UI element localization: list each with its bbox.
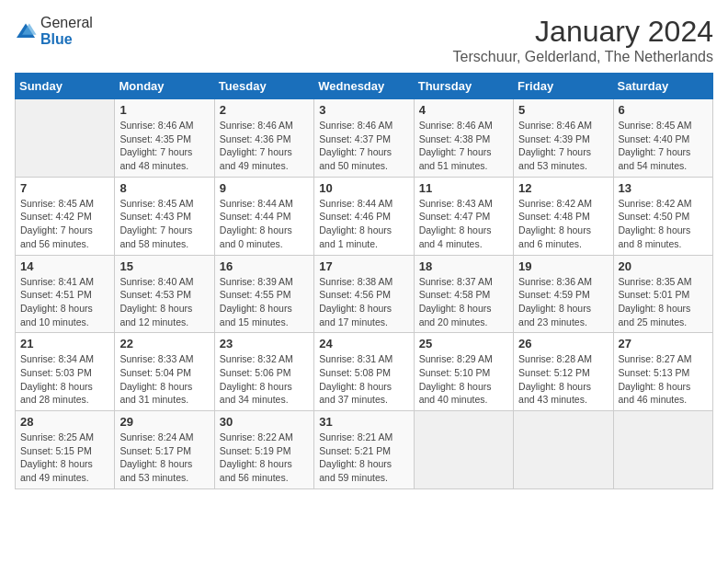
day-info: Sunrise: 8:46 AM Sunset: 4:36 PM Dayligh… xyxy=(220,119,309,173)
calendar-cell: 11Sunrise: 8:43 AM Sunset: 4:47 PM Dayli… xyxy=(414,177,513,255)
calendar-cell: 10Sunrise: 8:44 AM Sunset: 4:46 PM Dayli… xyxy=(314,177,414,255)
weekday-thursday: Thursday xyxy=(414,74,513,99)
day-number: 20 xyxy=(619,259,708,273)
calendar-cell: 26Sunrise: 8:28 AM Sunset: 5:12 PM Dayli… xyxy=(514,333,613,411)
day-number: 9 xyxy=(220,181,309,195)
location-title: Terschuur, Gelderland, The Netherlands xyxy=(453,49,713,65)
week-row-3: 14Sunrise: 8:41 AM Sunset: 4:51 PM Dayli… xyxy=(16,255,713,333)
day-number: 6 xyxy=(619,103,708,117)
week-row-4: 21Sunrise: 8:34 AM Sunset: 5:03 PM Dayli… xyxy=(16,333,713,411)
day-number: 14 xyxy=(20,259,109,273)
day-number: 8 xyxy=(119,181,209,195)
calendar-cell: 15Sunrise: 8:40 AM Sunset: 4:53 PM Dayli… xyxy=(115,255,214,333)
calendar-cell: 14Sunrise: 8:41 AM Sunset: 4:51 PM Dayli… xyxy=(16,255,115,333)
calendar-cell: 31Sunrise: 8:21 AM Sunset: 5:21 PM Dayli… xyxy=(314,411,414,489)
day-info: Sunrise: 8:43 AM Sunset: 4:47 PM Dayligh… xyxy=(419,197,508,251)
day-info: Sunrise: 8:38 AM Sunset: 4:56 PM Dayligh… xyxy=(319,275,408,329)
calendar-body: 1Sunrise: 8:46 AM Sunset: 4:35 PM Daylig… xyxy=(16,99,713,489)
day-info: Sunrise: 8:40 AM Sunset: 4:53 PM Dayligh… xyxy=(119,275,209,329)
weekday-sunday: Sunday xyxy=(16,74,115,99)
weekday-friday: Friday xyxy=(514,74,613,99)
day-info: Sunrise: 8:46 AM Sunset: 4:37 PM Dayligh… xyxy=(319,119,408,173)
day-info: Sunrise: 8:36 AM Sunset: 4:59 PM Dayligh… xyxy=(518,275,608,329)
day-info: Sunrise: 8:46 AM Sunset: 4:39 PM Dayligh… xyxy=(518,119,608,173)
day-info: Sunrise: 8:45 AM Sunset: 4:42 PM Dayligh… xyxy=(20,197,109,251)
calendar-cell: 28Sunrise: 8:25 AM Sunset: 5:15 PM Dayli… xyxy=(16,411,115,489)
calendar-cell: 4Sunrise: 8:46 AM Sunset: 4:38 PM Daylig… xyxy=(414,99,513,178)
day-number: 11 xyxy=(419,181,508,195)
day-info: Sunrise: 8:37 AM Sunset: 4:58 PM Dayligh… xyxy=(419,275,508,329)
day-number: 19 xyxy=(518,259,608,273)
calendar-cell: 29Sunrise: 8:24 AM Sunset: 5:17 PM Dayli… xyxy=(115,411,214,489)
calendar-cell: 1Sunrise: 8:46 AM Sunset: 4:35 PM Daylig… xyxy=(115,99,214,178)
calendar-cell: 25Sunrise: 8:29 AM Sunset: 5:10 PM Dayli… xyxy=(414,333,513,411)
day-info: Sunrise: 8:42 AM Sunset: 4:50 PM Dayligh… xyxy=(619,197,708,251)
calendar-cell: 9Sunrise: 8:44 AM Sunset: 4:44 PM Daylig… xyxy=(214,177,313,255)
day-number: 7 xyxy=(20,181,109,195)
day-number: 25 xyxy=(419,337,508,350)
logo-general: General xyxy=(40,15,93,30)
title-area: January 2024 Terschuur, Gelderland, The … xyxy=(453,15,713,65)
day-number: 4 xyxy=(419,103,508,117)
day-info: Sunrise: 8:46 AM Sunset: 4:35 PM Dayligh… xyxy=(119,119,209,173)
weekday-saturday: Saturday xyxy=(613,74,712,99)
calendar-cell: 27Sunrise: 8:27 AM Sunset: 5:13 PM Dayli… xyxy=(613,333,712,411)
day-number: 5 xyxy=(518,103,608,117)
day-number: 29 xyxy=(119,415,209,429)
logo-icon xyxy=(15,22,37,40)
month-title: January 2024 xyxy=(453,15,713,49)
calendar-cell: 7Sunrise: 8:45 AM Sunset: 4:42 PM Daylig… xyxy=(16,177,115,255)
calendar-cell: 5Sunrise: 8:46 AM Sunset: 4:39 PM Daylig… xyxy=(514,99,613,178)
day-info: Sunrise: 8:29 AM Sunset: 5:10 PM Dayligh… xyxy=(419,352,508,407)
calendar-cell xyxy=(514,411,613,489)
day-info: Sunrise: 8:44 AM Sunset: 4:44 PM Dayligh… xyxy=(220,197,309,251)
day-number: 1 xyxy=(119,103,209,117)
day-info: Sunrise: 8:34 AM Sunset: 5:03 PM Dayligh… xyxy=(20,352,109,407)
day-info: Sunrise: 8:41 AM Sunset: 4:51 PM Dayligh… xyxy=(20,275,109,329)
logo-blue: Blue xyxy=(40,31,73,47)
day-info: Sunrise: 8:44 AM Sunset: 4:46 PM Dayligh… xyxy=(319,197,408,251)
calendar-cell: 17Sunrise: 8:38 AM Sunset: 4:56 PM Dayli… xyxy=(314,255,414,333)
day-info: Sunrise: 8:35 AM Sunset: 5:01 PM Dayligh… xyxy=(619,275,708,329)
day-number: 23 xyxy=(220,337,309,350)
calendar-cell: 18Sunrise: 8:37 AM Sunset: 4:58 PM Dayli… xyxy=(414,255,513,333)
logo-text: General Blue xyxy=(40,15,93,48)
day-number: 21 xyxy=(20,337,109,350)
day-info: Sunrise: 8:33 AM Sunset: 5:04 PM Dayligh… xyxy=(119,352,209,407)
weekday-tuesday: Tuesday xyxy=(214,74,313,99)
day-number: 18 xyxy=(419,259,508,273)
day-number: 22 xyxy=(119,337,209,350)
calendar-cell: 12Sunrise: 8:42 AM Sunset: 4:48 PM Dayli… xyxy=(514,177,613,255)
week-row-1: 1Sunrise: 8:46 AM Sunset: 4:35 PM Daylig… xyxy=(16,99,713,178)
day-info: Sunrise: 8:32 AM Sunset: 5:06 PM Dayligh… xyxy=(220,352,309,407)
day-info: Sunrise: 8:21 AM Sunset: 5:21 PM Dayligh… xyxy=(319,431,408,485)
day-number: 13 xyxy=(619,181,708,195)
weekday-wednesday: Wednesday xyxy=(314,74,414,99)
day-info: Sunrise: 8:42 AM Sunset: 4:48 PM Dayligh… xyxy=(518,197,608,251)
day-info: Sunrise: 8:28 AM Sunset: 5:12 PM Dayligh… xyxy=(518,352,608,407)
day-number: 15 xyxy=(119,259,209,273)
calendar-cell: 24Sunrise: 8:31 AM Sunset: 5:08 PM Dayli… xyxy=(314,333,414,411)
day-info: Sunrise: 8:45 AM Sunset: 4:40 PM Dayligh… xyxy=(619,119,708,173)
day-number: 24 xyxy=(319,337,408,350)
day-number: 16 xyxy=(220,259,309,273)
calendar-cell xyxy=(16,99,115,178)
day-info: Sunrise: 8:25 AM Sunset: 5:15 PM Dayligh… xyxy=(20,431,109,485)
day-info: Sunrise: 8:31 AM Sunset: 5:08 PM Dayligh… xyxy=(319,352,408,407)
week-row-5: 28Sunrise: 8:25 AM Sunset: 5:15 PM Dayli… xyxy=(16,411,713,489)
calendar-cell: 2Sunrise: 8:46 AM Sunset: 4:36 PM Daylig… xyxy=(214,99,313,178)
logo: General Blue xyxy=(15,15,93,48)
calendar-cell: 8Sunrise: 8:45 AM Sunset: 4:43 PM Daylig… xyxy=(115,177,214,255)
day-number: 17 xyxy=(319,259,408,273)
day-number: 31 xyxy=(319,415,408,429)
day-info: Sunrise: 8:46 AM Sunset: 4:38 PM Dayligh… xyxy=(419,119,508,173)
calendar-table: SundayMondayTuesdayWednesdayThursdayFrid… xyxy=(15,73,713,489)
week-row-2: 7Sunrise: 8:45 AM Sunset: 4:42 PM Daylig… xyxy=(16,177,713,255)
day-number: 2 xyxy=(220,103,309,117)
calendar-cell: 19Sunrise: 8:36 AM Sunset: 4:59 PM Dayli… xyxy=(514,255,613,333)
calendar-cell: 20Sunrise: 8:35 AM Sunset: 5:01 PM Dayli… xyxy=(613,255,712,333)
calendar-cell: 13Sunrise: 8:42 AM Sunset: 4:50 PM Dayli… xyxy=(613,177,712,255)
calendar-cell xyxy=(613,411,712,489)
header: General Blue January 2024 Terschuur, Gel… xyxy=(15,15,713,65)
calendar-cell: 23Sunrise: 8:32 AM Sunset: 5:06 PM Dayli… xyxy=(214,333,313,411)
